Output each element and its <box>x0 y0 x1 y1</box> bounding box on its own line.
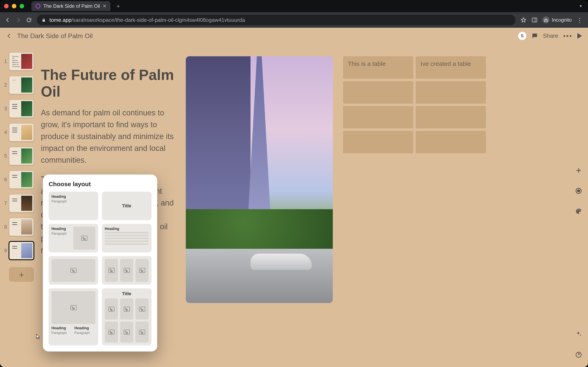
theme-palette-icon[interactable] <box>575 207 583 215</box>
slide-number: 8 <box>3 224 7 230</box>
slide-thumb-3[interactable]: ▂▂▂▂▂▂▂▂▂▂▂▂ <box>9 100 34 118</box>
tome-app: The Dark Side of Palm Oil S Share ••• 1D… <box>0 28 588 367</box>
slide-number: 1 <box>3 58 7 64</box>
slide-table[interactable]: This is a table Ive created a table <box>343 56 486 359</box>
nav-forward-icon <box>16 17 21 23</box>
svg-point-2 <box>577 190 580 192</box>
share-button[interactable]: Share <box>543 33 558 39</box>
slide-image[interactable] <box>186 56 333 303</box>
browser-tabstrip: The Dark Side of Palm Oil ✕ ＋ ▾ <box>0 0 588 12</box>
slide-number: 7 <box>3 200 7 206</box>
incognito-indicator[interactable]: Incognito <box>543 17 572 24</box>
window-maximize[interactable] <box>20 4 24 8</box>
slide-thumb-9[interactable]: ▂▂▂▂▂▂▂▂ <box>9 242 34 260</box>
image-placeholder-icon <box>73 227 95 250</box>
image-placeholder-icon <box>135 259 149 282</box>
image-placeholder-icon <box>105 299 118 319</box>
image-placeholder-icon <box>105 259 118 282</box>
table-cell[interactable]: Ive created a table <box>416 56 486 79</box>
record-icon[interactable] <box>575 187 583 195</box>
layout-popover: Choose layout HeadingParagraph Title Hea… <box>43 175 157 351</box>
image-placeholder-icon <box>135 322 149 342</box>
incognito-icon <box>543 17 549 24</box>
nav-back-icon[interactable] <box>5 17 11 23</box>
slide-thumb-4[interactable]: ▂▂▂▂▂▂▂▂▂▂▂▂ <box>9 123 34 142</box>
slide-heading[interactable]: The Future of Palm Oil <box>41 67 176 100</box>
browser-toolbar: tome.app/sarahsworkspace/the-dark-side-o… <box>0 12 588 28</box>
slide-paragraph-1[interactable]: As demand for palm oil continues to grow… <box>41 107 176 166</box>
slide-thumb-1[interactable]: Discover theharmfuleffects ofPalm OilPro… <box>9 52 34 71</box>
help-icon[interactable] <box>575 351 583 359</box>
table-cell[interactable] <box>416 81 486 104</box>
back-icon[interactable] <box>6 33 12 39</box>
slide-thumb-2[interactable]: • • • • <box>9 76 34 94</box>
tab-close-icon[interactable]: ✕ <box>103 3 106 9</box>
layout-option-title-six-images[interactable]: Title <box>102 288 151 345</box>
browser-menu-icon[interactable]: ⋮ <box>577 17 583 24</box>
slide-thumb-5[interactable]: ▂▂▂▂▂▂▂▂ <box>9 147 34 165</box>
layout-option-text-image[interactable]: HeadingParagraph <box>49 224 98 252</box>
slide-number: 3 <box>3 106 7 111</box>
slide-number: 2 <box>3 82 7 88</box>
slide-rail: 1Discover theharmfuleffects ofPalm OilPr… <box>3 52 34 282</box>
bookmark-star-icon[interactable] <box>520 17 527 23</box>
popover-title: Choose layout <box>49 181 151 188</box>
table-cell[interactable] <box>343 131 413 153</box>
right-rail <box>575 166 583 215</box>
incognito-label: Incognito <box>552 17 572 23</box>
layout-option-title[interactable]: Title <box>102 192 151 220</box>
table-cell[interactable]: This is a table <box>343 56 413 79</box>
layout-option-heading-table[interactable]: Heading <box>102 224 151 252</box>
present-button[interactable] <box>577 33 582 39</box>
add-tile-icon[interactable] <box>575 166 583 175</box>
user-avatar[interactable]: S <box>518 32 526 40</box>
image-placeholder-icon <box>52 259 95 282</box>
table-cell[interactable] <box>343 81 413 104</box>
image-placeholder-icon <box>52 291 95 324</box>
more-menu-icon[interactable]: ••• <box>563 32 572 40</box>
slide-number: 6 <box>3 177 7 183</box>
window-minimize[interactable] <box>12 4 16 8</box>
image-placeholder-icon <box>135 299 149 319</box>
slide-thumb-6[interactable]: ▂▂▂▂▂▂▂▂ <box>9 170 34 189</box>
layout-option-image-two-columns[interactable]: HeadingParagraph HeadingParagraph <box>49 288 98 345</box>
window-close[interactable] <box>4 4 9 8</box>
comments-icon[interactable] <box>531 33 538 39</box>
image-placeholder-icon <box>105 322 118 342</box>
address-bar[interactable]: tome.app/sarahsworkspace/the-dark-side-o… <box>37 15 516 25</box>
app-topbar: The Dark Side of Palm Oil S Share ••• <box>0 28 588 44</box>
tab-favicon <box>35 4 40 8</box>
url-text: tome.app/sarahsworkspace/the-dark-side-o… <box>49 17 245 23</box>
tabs-overflow-icon[interactable]: ▾ <box>580 3 582 9</box>
tab-title: The Dark Side of Palm Oil <box>43 3 100 9</box>
table-cell[interactable] <box>416 106 486 128</box>
ai-sparkle-icon[interactable] <box>575 330 583 338</box>
svg-rect-0 <box>532 18 537 22</box>
slide-thumb-7[interactable]: ▂▂▂▂▂▂▂▂ <box>9 194 34 212</box>
panels-icon[interactable] <box>531 17 537 23</box>
slide-number: 9 <box>3 248 7 253</box>
table-cell[interactable] <box>416 131 486 153</box>
slide-number: 5 <box>3 153 7 159</box>
browser-tab[interactable]: The Dark Side of Palm Oil ✕ <box>31 1 111 11</box>
image-placeholder-icon <box>120 299 133 319</box>
image-placeholder-icon <box>120 322 133 342</box>
layout-option-single-image[interactable] <box>49 256 98 285</box>
document-title[interactable]: The Dark Side of Palm Oil <box>17 32 93 40</box>
slide-number: 4 <box>3 129 7 135</box>
table-cell[interactable] <box>343 106 413 128</box>
nav-reload-icon[interactable] <box>26 17 32 23</box>
cursor-icon <box>35 334 41 340</box>
layout-option-three-images[interactable] <box>102 256 151 285</box>
right-rail-bottom <box>575 330 583 359</box>
slide-thumb-8[interactable]: ▂▂▂▂▂▂▂▂ <box>9 218 34 236</box>
layout-option-heading-paragraph[interactable]: HeadingParagraph <box>49 192 98 220</box>
lock-icon <box>42 18 46 22</box>
image-placeholder-icon <box>120 259 133 282</box>
add-slide-button[interactable]: ＋ <box>9 267 34 282</box>
window-controls <box>4 4 24 8</box>
new-tab-button[interactable]: ＋ <box>115 2 121 10</box>
